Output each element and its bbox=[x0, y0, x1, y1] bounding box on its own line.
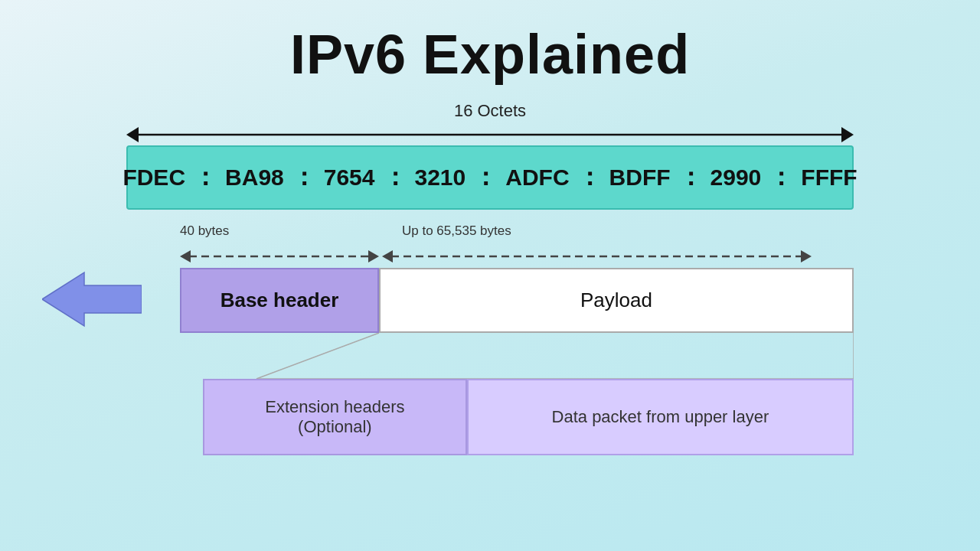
page-title: IPv6 Explained bbox=[290, 23, 690, 86]
svg-marker-8 bbox=[801, 250, 812, 262]
ipv6-sep-1: ： bbox=[290, 161, 318, 194]
svg-marker-5 bbox=[368, 250, 379, 262]
ipv6-seg-2: 7654 bbox=[318, 165, 381, 191]
page-container: IPv6 Explained 16 Octets FDEC ： BA98 ： 7… bbox=[0, 0, 980, 551]
packet-wrapper: Base header Payload bbox=[126, 268, 854, 333]
ipv6-sep-5: ： bbox=[677, 161, 704, 194]
svg-line-10 bbox=[256, 333, 379, 379]
packet-section: 40 bytes Up to 65,535 bytes bbox=[126, 223, 854, 455]
dashed-arrows-svg bbox=[126, 245, 854, 268]
expansion-lines bbox=[180, 333, 854, 379]
payload-box: Payload bbox=[379, 268, 854, 333]
data-packet-box: Data packet from upper layer bbox=[467, 379, 854, 455]
packet-boxes: Base header Payload bbox=[180, 268, 854, 333]
ipv6-seg-3: 3210 bbox=[409, 165, 472, 191]
ipv6-seg-5: BDFF bbox=[603, 165, 677, 191]
ipv6-sep-6: ： bbox=[767, 161, 795, 194]
ipv6-sep-3: ： bbox=[472, 161, 499, 194]
left-arrow-container bbox=[42, 269, 142, 333]
ipv6-seg-6: 2990 bbox=[704, 165, 768, 191]
base-header-label: Base header bbox=[220, 289, 339, 312]
payload-label: Payload bbox=[580, 289, 652, 312]
dashed-arrows bbox=[126, 245, 854, 268]
bytes-labels: 40 bytes Up to 65,535 bytes bbox=[126, 223, 854, 245]
ipv6-sep-4: ： bbox=[576, 161, 603, 194]
expansion-svg bbox=[180, 333, 854, 379]
svg-marker-9 bbox=[42, 272, 142, 326]
ipv6-seg-7: FFFF bbox=[795, 165, 863, 191]
svg-marker-6 bbox=[382, 250, 393, 262]
ipv6-sep-0: ： bbox=[191, 161, 219, 194]
svg-marker-3 bbox=[180, 250, 191, 262]
svg-marker-2 bbox=[841, 127, 854, 142]
base-header-box: Base header bbox=[180, 268, 379, 333]
octets-arrow-svg bbox=[126, 124, 854, 145]
label-65535bytes: Up to 65,535 bytes bbox=[402, 223, 511, 239]
svg-marker-0 bbox=[126, 127, 139, 142]
ipv6-address-bar: FDEC ： BA98 ： 7654 ： 3210 ： ADFC ： BDFF … bbox=[126, 145, 854, 210]
ipv6-seg-4: ADFC bbox=[499, 165, 575, 191]
left-arrow-svg bbox=[42, 269, 142, 330]
ipv6-seg-1: BA98 bbox=[219, 165, 290, 191]
extension-section: Extension headers(Optional) Data packet … bbox=[203, 379, 854, 455]
extension-headers-label: Extension headers(Optional) bbox=[265, 397, 404, 437]
octets-label-container: 16 Octets bbox=[126, 101, 854, 124]
extension-headers-box: Extension headers(Optional) bbox=[203, 379, 467, 455]
ipv6-sep-2: ： bbox=[381, 161, 409, 194]
data-packet-label: Data packet from upper layer bbox=[552, 407, 769, 427]
ipv6-seg-0: FDEC bbox=[116, 165, 191, 191]
label-40bytes: 40 bytes bbox=[180, 223, 229, 239]
octets-label: 16 Octets bbox=[454, 101, 526, 124]
octets-arrow bbox=[126, 124, 854, 145]
octets-section: 16 Octets FDEC ： BA98 ： 7654 ： 3210 ： AD… bbox=[126, 101, 854, 210]
